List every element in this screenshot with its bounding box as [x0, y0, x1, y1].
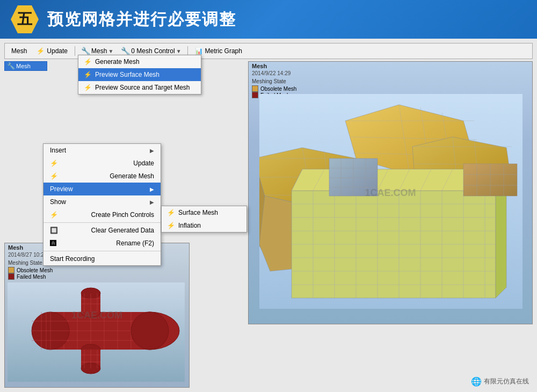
preview-surface-icon: ⚡ — [84, 71, 92, 78]
header-title: 预览网格并进行必要调整 — [47, 9, 236, 31]
submenu-surface-mesh[interactable]: ⚡ Surface Mesh — [162, 206, 246, 219]
tree-mesh-icon: 🔧 — [7, 62, 15, 70]
generate-mesh-icon: ⚡ — [84, 58, 92, 66]
legend-obsolete-color-left — [8, 267, 14, 273]
mesh-dropdown-menu: ⚡ Generate Mesh ⚡ Preview Surface Mesh ⚡… — [78, 55, 201, 95]
surface-mesh-icon: ⚡ — [167, 209, 175, 216]
context-menu: Insert ▶ ⚡ Update ⚡ Generate Mesh Previe… — [43, 143, 161, 266]
show-arrow-icon: ▶ — [150, 199, 154, 205]
mesh-caret-icon: ▼ — [108, 48, 113, 54]
branding: 🌐 有限元仿真在线 — [471, 376, 529, 387]
ctx-preview[interactable]: Preview ▶ — [43, 183, 161, 195]
preview-source-target-item[interactable]: ⚡ Preview Source and Target Mesh — [78, 81, 201, 94]
mesh-3d-left-svg — [8, 282, 185, 382]
preview-submenu: ⚡ Surface Mesh ⚡ Inflation — [161, 206, 247, 233]
legend-obsolete-right: Obsolete Mesh — [252, 85, 529, 92]
toolbar-separator — [75, 46, 75, 56]
legend-obsolete-left: Obsolete Mesh — [8, 267, 186, 273]
ctx-update[interactable]: ⚡ Update — [43, 157, 161, 170]
ctx-generate-icon: ⚡ — [50, 172, 58, 180]
preview-surface-mesh-item[interactable]: ⚡ Preview Surface Mesh — [78, 68, 201, 81]
update-button[interactable]: ⚡ Update — [32, 46, 72, 56]
ctx-show[interactable]: Show ▶ — [43, 195, 161, 208]
ctx-recording[interactable]: Start Recording — [43, 252, 161, 265]
ctx-rename-icon: 🅰 — [50, 239, 56, 247]
legend-failed-color-left — [8, 273, 14, 280]
ctx-separator-2 — [43, 251, 161, 251]
header: 五 预览网格并进行必要调整 — [0, 0, 537, 39]
brand-text: 有限元仿真在线 — [484, 377, 529, 386]
generate-mesh-item[interactable]: ⚡ Generate Mesh — [78, 55, 201, 68]
viewport-right-title: Mesh — [249, 62, 532, 70]
mesh-control-icon: 🔧 — [121, 47, 130, 55]
mesh-button[interactable]: Mesh — [7, 46, 31, 56]
ctx-separator-1 — [43, 222, 161, 223]
ctx-insert[interactable]: Insert ▶ — [43, 144, 161, 157]
legend-obsolete-color-right — [252, 85, 258, 92]
submenu-inflation[interactable]: ⚡ Inflation — [162, 219, 246, 232]
ctx-generate-mesh[interactable]: ⚡ Generate Mesh — [43, 170, 161, 183]
ctx-pinch[interactable]: ⚡ Create Pinch Controls — [43, 208, 161, 221]
ctx-clear[interactable]: 🔲 Clear Generated Data — [43, 224, 161, 237]
mesh-dropdown-icon: 🔧 — [81, 47, 90, 55]
legend-failed-left: Failed Mesh — [8, 273, 186, 280]
ctx-rename[interactable]: 🅰 Rename (F2) — [43, 237, 161, 250]
ctx-update-icon: ⚡ — [50, 159, 58, 167]
legend-failed-color-right — [252, 92, 258, 98]
ctx-clear-icon: 🔲 — [50, 227, 58, 234]
step-badge: 五 — [11, 5, 39, 33]
viewport-right-date: 2014/9/22 14:29 — [249, 70, 532, 76]
preview-source-icon: ⚡ — [84, 84, 92, 91]
inflation-icon: ⚡ — [167, 222, 175, 229]
brand-icon: 🌐 — [471, 376, 482, 387]
insert-arrow-icon: ▶ — [150, 148, 154, 154]
mesh-3d-right-svg — [259, 94, 523, 309]
main-area: Mesh ⚡ Update 🔧 Mesh ▼ 🔧 0 Mesh Control … — [0, 39, 537, 392]
preview-arrow-icon: ▶ — [150, 186, 154, 192]
update-icon: ⚡ — [37, 47, 45, 55]
ctx-pinch-icon: ⚡ — [50, 211, 58, 219]
tree-mesh-item[interactable]: 🔧 Mesh — [4, 61, 47, 71]
mesh-control-caret-icon: ▼ — [176, 48, 182, 54]
svg-point-99 — [131, 312, 169, 350]
metric-graph-icon: 📊 — [195, 47, 203, 55]
left-panel: 🔧 Mesh — [4, 61, 47, 71]
viewport-right: Mesh 2014/9/22 14:29 Meshing State Obsol… — [248, 61, 533, 324]
